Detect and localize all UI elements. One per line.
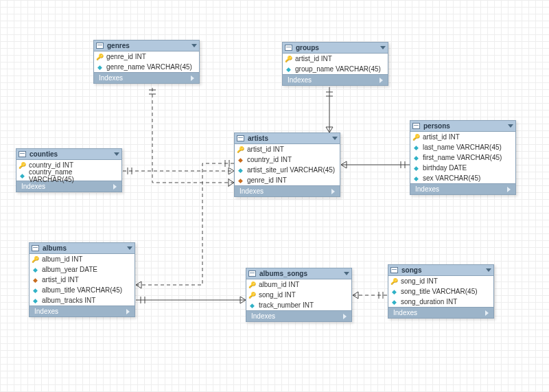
attr-diamond-icon: ◆	[412, 175, 419, 182]
field-row[interactable]: 🔑album_id INT	[30, 254, 135, 264]
field-row[interactable]: ◆artist_id INT	[30, 275, 135, 285]
table-icon	[412, 123, 420, 129]
entity-header[interactable]: artists	[235, 133, 340, 144]
attr-diamond-icon: ◆	[412, 144, 419, 151]
table-icon	[19, 151, 26, 157]
triangle-right-icon	[507, 187, 511, 192]
triangle-right-icon	[113, 184, 117, 189]
indexes-footer[interactable]: Indexes	[94, 72, 199, 83]
field-row[interactable]: ◆last_name VARCHAR(45)	[410, 142, 515, 152]
field-row[interactable]: ◆genre_id INT	[235, 175, 340, 185]
pk-key-icon: 🔑	[96, 54, 103, 60]
triangle-right-icon	[485, 310, 489, 316]
attr-diamond-icon: ◆	[32, 297, 38, 304]
fk-key-icon: 🔑	[285, 56, 292, 62]
indexes-footer[interactable]: Indexes	[388, 307, 493, 318]
entity-header[interactable]: songs	[388, 265, 493, 276]
chevron-down-icon	[332, 137, 338, 140]
entity-header[interactable]: genres	[94, 41, 199, 51]
entity-header[interactable]: groups	[283, 43, 388, 54]
entity-title: artists	[248, 135, 332, 142]
field-row[interactable]: ◆song_duration INT	[388, 297, 493, 307]
entity-title: albums_songs	[259, 270, 344, 277]
entity-artists[interactable]: artists 🔑artist_id INT ◆country_id INT ◆…	[234, 132, 340, 197]
entity-albums[interactable]: albums 🔑album_id INT ◆album_year DATE ◆a…	[29, 242, 135, 317]
field-row[interactable]: 🔑genre_id INT	[94, 51, 199, 62]
field-row[interactable]: 🔑artist_id INT	[235, 144, 340, 154]
field-row[interactable]: ◆genre_name VARCHAR(45)	[94, 62, 199, 72]
entity-albums-songs[interactable]: albums_songs 🔑album_id INT 🔑song_id INT …	[246, 268, 352, 322]
field-row[interactable]: 🔑album_id INT	[246, 279, 351, 290]
fk-key-icon: 🔑	[412, 134, 419, 141]
fk-diamond-icon: ◆	[32, 277, 38, 284]
entity-persons[interactable]: persons 🔑artist_id INT ◆last_name VARCHA…	[410, 120, 516, 195]
field-row[interactable]: ◆album_title VARCHAR(45)	[30, 285, 135, 295]
entity-header[interactable]: counties	[16, 149, 121, 160]
entity-title: albums	[43, 244, 127, 252]
table-icon	[237, 135, 244, 141]
field-row[interactable]: 🔑song_id INT	[246, 290, 351, 300]
field-row[interactable]: ◆first_name VARCHAR(45)	[410, 152, 515, 163]
attr-diamond-icon: ◆	[248, 302, 255, 309]
entity-header[interactable]: albums	[30, 243, 135, 254]
pk-key-icon: 🔑	[19, 162, 25, 169]
fk-key-icon: 🔑	[248, 281, 255, 288]
field-row[interactable]: 🔑song_id INT	[388, 276, 493, 286]
fk-diamond-icon: ◆	[237, 177, 244, 184]
field-row[interactable]: 🔑artist_id INT	[283, 54, 388, 64]
indexes-footer[interactable]: Indexes	[235, 185, 340, 196]
entity-title: persons	[423, 122, 508, 130]
attr-diamond-icon: ◆	[412, 165, 419, 172]
triangle-right-icon	[191, 76, 194, 81]
triangle-right-icon	[379, 78, 383, 83]
fk-key-icon: 🔑	[248, 292, 255, 299]
entity-header[interactable]: albums_songs	[246, 268, 351, 279]
entity-genres[interactable]: genres 🔑genre_id INT ◆genre_name VARCHAR…	[93, 40, 200, 84]
chevron-down-icon	[380, 46, 386, 49]
field-list: 🔑artist_id INT ◆country_id INT ◆artist_s…	[235, 144, 340, 185]
entity-counties[interactable]: counties 🔑country_id INT ◆country_name V…	[16, 148, 122, 192]
entity-songs[interactable]: songs 🔑song_id INT ◆song_title VARCHAR(4…	[388, 264, 494, 319]
field-list: 🔑country_id INT ◆country_name VARCHAR(45…	[16, 160, 121, 181]
fk-diamond-icon: ◆	[237, 157, 244, 163]
indexes-footer[interactable]: Indexes	[283, 74, 388, 85]
field-list: 🔑album_id INT 🔑song_id INT ◆track_number…	[246, 279, 351, 310]
chevron-down-icon	[486, 268, 491, 272]
attr-diamond-icon: ◆	[390, 288, 397, 295]
chevron-down-icon	[508, 124, 513, 128]
chevron-down-icon	[127, 246, 132, 250]
attr-diamond-icon: ◆	[96, 64, 103, 71]
chevron-down-icon	[191, 44, 197, 47]
table-icon	[96, 43, 104, 49]
attr-diamond-icon: ◆	[412, 154, 419, 161]
field-row[interactable]: ◆country_id INT	[235, 154, 340, 165]
attr-diamond-icon: ◆	[237, 167, 244, 174]
field-row[interactable]: ◆group_name VARCHAR(45)	[283, 64, 388, 74]
indexes-footer[interactable]: Indexes	[30, 305, 135, 316]
field-row[interactable]: ◆sex VARCHAR(45)	[410, 173, 515, 183]
indexes-footer[interactable]: Indexes	[410, 183, 515, 194]
entity-title: counties	[30, 150, 114, 158]
field-row[interactable]: ◆country_name VARCHAR(45)	[16, 170, 121, 181]
field-row[interactable]: ◆album_tracks INT	[30, 295, 135, 305]
entity-title: genres	[107, 42, 191, 49]
attr-diamond-icon: ◆	[390, 299, 397, 305]
table-icon	[285, 45, 292, 51]
entity-header[interactable]: persons	[410, 121, 515, 132]
field-row[interactable]: 🔑artist_id INT	[410, 132, 515, 142]
attr-diamond-icon: ◆	[285, 66, 292, 73]
chevron-down-icon	[114, 152, 119, 156]
field-list: 🔑genre_id INT ◆genre_name VARCHAR(45)	[94, 51, 199, 72]
field-row[interactable]: ◆song_title VARCHAR(45)	[388, 286, 493, 297]
field-list: 🔑artist_id INT ◆group_name VARCHAR(45)	[283, 54, 388, 74]
table-icon	[32, 245, 39, 251]
entity-title: groups	[296, 44, 380, 51]
field-row[interactable]: ◆album_year DATE	[30, 264, 135, 275]
entity-groups[interactable]: groups 🔑artist_id INT ◆group_name VARCHA…	[282, 42, 388, 86]
indexes-footer[interactable]: Indexes	[246, 310, 351, 321]
field-row[interactable]: ◆birthday DATE	[410, 163, 515, 173]
pk-key-icon: 🔑	[390, 278, 397, 285]
attr-diamond-icon: ◆	[19, 172, 25, 179]
field-row[interactable]: ◆artist_site_url VARCHAR(45)	[235, 165, 340, 175]
field-row[interactable]: ◆track_number INT	[246, 300, 351, 310]
